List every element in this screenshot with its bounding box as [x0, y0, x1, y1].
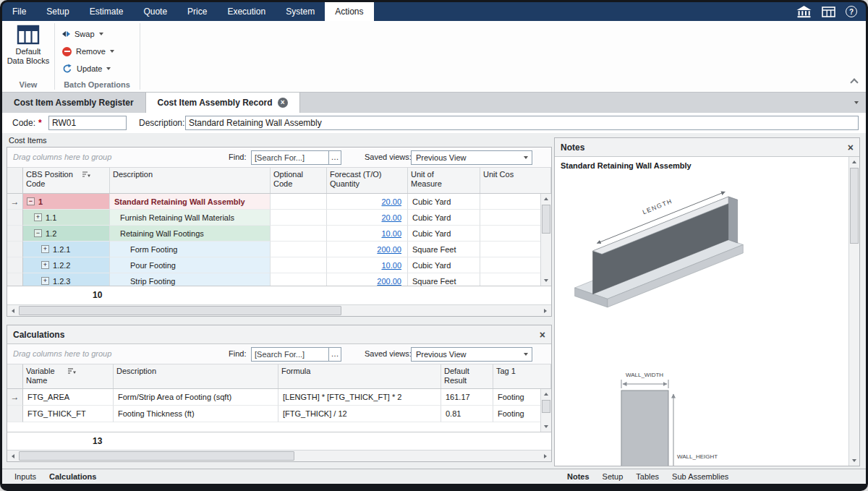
cost-item-row-1-2-2[interactable]: +1.2.2 Pour Footing 10.00 Cubic Yard — [7, 257, 551, 273]
help-icon[interactable]: ? — [846, 6, 857, 17]
saved-views-combo[interactable]: Previous View — [411, 347, 532, 362]
menu-price[interactable]: Price — [177, 2, 217, 21]
swap-button[interactable]: Swap — [59, 25, 136, 43]
column-header-optional-code[interactable]: Optional Code — [271, 168, 327, 193]
calculation-row-ftg-area[interactable]: → FTG_AREA Form/Strip Area of Footing (s… — [7, 389, 551, 406]
column-header-tag1[interactable]: Tag 1 — [493, 364, 551, 388]
column-header-description[interactable]: Description — [110, 168, 271, 193]
menu-actions[interactable]: Actions — [325, 2, 373, 21]
tab-close-icon[interactable]: × — [278, 98, 288, 108]
forecast-link[interactable]: 20.00 — [381, 197, 401, 206]
tab-notes[interactable]: Notes — [561, 472, 596, 481]
close-icon[interactable]: × — [540, 330, 545, 340]
default-data-blocks-button[interactable]: Default Data Blocks — [6, 25, 51, 78]
tab-cost-item-assembly-register[interactable]: Cost Item Assembly Register — [2, 93, 146, 113]
code-input[interactable] — [48, 116, 127, 130]
ribbon-collapse-icon[interactable] — [850, 78, 858, 86]
cost-item-row-1[interactable]: → −1 Standard Retaining Wall Assembly 20… — [7, 194, 551, 210]
expand-icon[interactable]: + — [41, 245, 49, 253]
scroll-down-button[interactable] — [541, 276, 551, 286]
scrollbar-thumb[interactable] — [542, 205, 550, 234]
close-icon[interactable]: × — [848, 142, 854, 153]
scrollbar-thumb[interactable] — [850, 168, 859, 244]
tab-cost-item-assembly-record[interactable]: Cost Item Assembly Record × — [146, 93, 300, 113]
column-header-position[interactable]: CBS Position Code — [23, 168, 110, 193]
tab-sub-assemblies[interactable]: Sub Assemblies — [665, 472, 735, 481]
cost-items-header-row: CBS Position Code Description Optional C… — [7, 168, 551, 194]
column-header-formula[interactable]: Formula — [278, 364, 441, 388]
scroll-up-button[interactable] — [541, 389, 551, 399]
scroll-right-button[interactable] — [540, 451, 551, 461]
menu-quote[interactable]: Quote — [133, 2, 177, 21]
expand-icon[interactable]: + — [41, 277, 49, 285]
vertical-scrollbar[interactable] — [540, 389, 551, 432]
cost-item-row-1-2[interactable]: −1.2 Retaining Wall Footings 10.00 Cubic… — [7, 226, 551, 242]
horizontal-scrollbar[interactable] — [7, 450, 551, 461]
collapse-icon[interactable]: − — [34, 229, 42, 237]
expand-icon[interactable]: + — [41, 261, 49, 269]
scrollbar-thumb[interactable] — [542, 400, 550, 413]
menu-file[interactable]: File — [2, 2, 36, 21]
sort-icon[interactable] — [67, 367, 76, 375]
tab-list-caret[interactable] — [854, 101, 859, 104]
column-header-unit-cost[interactable]: Unit Cos — [480, 168, 551, 193]
ribbon-divider — [140, 23, 140, 90]
scrollbar-track[interactable] — [19, 305, 540, 316]
expand-icon[interactable]: + — [34, 213, 42, 221]
vertical-scrollbar[interactable] — [540, 194, 551, 286]
cost-item-row-1-2-3[interactable]: +1.2.3 Strip Footing 200.00 Square Feet — [7, 273, 551, 286]
remove-button[interactable]: Remove — [59, 43, 136, 60]
calculation-row-ftg-thick-ft[interactable]: FTG_THICK_FT Footing Thickness (ft) [FTG… — [7, 406, 551, 422]
scrollbar-track[interactable] — [19, 451, 540, 461]
scroll-right-button[interactable] — [540, 305, 551, 316]
forecast-link[interactable]: 20.00 — [381, 213, 401, 222]
column-header-default-result[interactable]: Default Result — [441, 364, 493, 388]
menu-system[interactable]: System — [276, 2, 325, 21]
find-more-button[interactable]: … — [328, 348, 341, 361]
uom-cell: Cubic Yard — [408, 257, 480, 273]
saved-views-combo[interactable]: Previous View — [411, 150, 532, 165]
tab-inputs[interactable]: Inputs — [8, 472, 43, 481]
description-input[interactable] — [185, 116, 859, 130]
cost-item-row-1-2-1[interactable]: +1.2.1 Form Footing 200.00 Square Feet — [7, 242, 551, 257]
update-button[interactable]: Update — [59, 60, 136, 77]
menu-setup[interactable]: Setup — [36, 2, 79, 21]
grid-icon[interactable] — [822, 7, 835, 17]
required-marker: * — [38, 118, 42, 128]
column-header-variable-name[interactable]: Variable Name — [23, 364, 114, 388]
horizontal-scrollbar[interactable] — [7, 304, 551, 316]
tab-calculations[interactable]: Calculations — [43, 472, 103, 481]
saved-views-value: Previous View — [416, 153, 467, 162]
forecast-link[interactable]: 10.00 — [381, 261, 401, 270]
scroll-left-button[interactable] — [7, 451, 19, 461]
collapse-icon[interactable]: − — [27, 197, 35, 205]
scroll-down-button[interactable] — [541, 422, 551, 432]
row-selector-cell — [7, 273, 23, 286]
find-more-button[interactable]: … — [328, 151, 341, 164]
find-input[interactable]: [Search For...] … — [251, 150, 341, 165]
forecast-link[interactable]: 200.00 — [377, 277, 401, 286]
cost-item-row-1-1[interactable]: +1.1 Furnish Retaining Wall Materials 20… — [7, 210, 551, 226]
column-header-unit-of-measure[interactable]: Unit of Measure — [408, 168, 480, 193]
bank-icon[interactable] — [796, 6, 812, 18]
menu-estimate[interactable]: Estimate — [80, 2, 134, 21]
position-cell: +1.2.3 — [23, 273, 110, 286]
column-header-forecast-quantity[interactable]: Forecast (T/O) Quantity — [327, 168, 408, 193]
tab-tables[interactable]: Tables — [629, 472, 665, 481]
column-header-description[interactable]: Description — [114, 364, 278, 388]
menu-execution[interactable]: Execution — [217, 2, 276, 21]
scroll-up-button[interactable] — [541, 194, 551, 204]
position-cell: +1.2.2 — [23, 257, 110, 273]
cost-items-footer: 10 — [7, 286, 551, 304]
sort-icon[interactable] — [82, 171, 90, 178]
scrollbar-thumb[interactable] — [19, 306, 341, 315]
forecast-link[interactable]: 10.00 — [381, 229, 401, 238]
scroll-down-button[interactable] — [849, 456, 859, 466]
scroll-up-button[interactable] — [849, 157, 859, 167]
tab-setup[interactable]: Setup — [596, 472, 630, 481]
scrollbar-thumb[interactable] — [19, 451, 294, 461]
find-input[interactable]: [Search For...] … — [251, 347, 341, 362]
scroll-left-button[interactable] — [7, 305, 19, 316]
vertical-scrollbar[interactable] — [848, 157, 859, 466]
forecast-link[interactable]: 200.00 — [377, 245, 401, 254]
